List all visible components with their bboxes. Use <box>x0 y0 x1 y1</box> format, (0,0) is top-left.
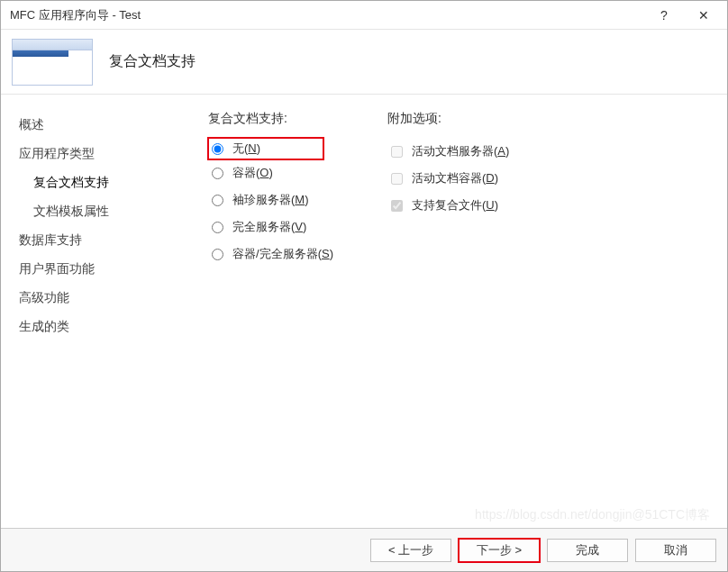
finish-button[interactable]: 完成 <box>547 539 628 562</box>
radio-none[interactable]: 无(N) <box>208 138 323 159</box>
radio-container[interactable]: 容器(O) <box>208 159 333 186</box>
titlebar: MFC 应用程序向导 - Test ? ✕ <box>1 1 727 30</box>
check-compound-file-input <box>391 200 403 212</box>
cancel-button[interactable]: 取消 <box>635 539 716 562</box>
help-button[interactable]: ? <box>644 2 684 29</box>
check-active-doc-container: 活动文档容器(D) <box>387 165 509 192</box>
wizard-icon <box>12 39 93 86</box>
watermark: https://blog.csdn.net/dongjin@51CTC博客 <box>475 507 710 523</box>
nav-apptype[interactable]: 应用程序类型 <box>19 140 172 168</box>
additional-options-group: 附加选项: 活动文档服务器(A) 活动文档容器(D) 支持复合文件(U) <box>387 111 509 519</box>
nav-generated-classes[interactable]: 生成的类 <box>19 313 172 341</box>
nav-database[interactable]: 数据库支持 <box>19 226 172 255</box>
next-button[interactable]: 下一步 > <box>459 539 540 562</box>
sidebar: 概述 应用程序类型 复合文档支持 文档模板属性 数据库支持 用户界面功能 高级功… <box>1 95 181 528</box>
check-active-doc-container-input <box>391 173 403 185</box>
additional-options-label: 附加选项: <box>387 111 509 127</box>
nav-compound-doc[interactable]: 复合文档支持 <box>19 168 172 197</box>
header: 复合文档支持 <box>1 30 727 95</box>
check-compound-file: 支持复合文件(U) <box>387 192 509 219</box>
radio-miniserver-input[interactable] <box>212 195 223 206</box>
footer: < 上一步 下一步 > 完成 取消 <box>1 528 727 571</box>
compound-doc-label: 复合文档支持: <box>208 111 333 127</box>
nav-overview[interactable]: 概述 <box>19 111 172 140</box>
window-title: MFC 应用程序向导 - Test <box>10 7 644 23</box>
close-button[interactable]: ✕ <box>684 2 723 29</box>
nav-ui-features[interactable]: 用户界面功能 <box>19 255 172 284</box>
check-active-doc-server: 活动文档服务器(A) <box>387 138 509 165</box>
check-active-doc-server-input <box>391 146 403 158</box>
radio-fullserver-input[interactable] <box>212 222 223 233</box>
nav-doc-template[interactable]: 文档模板属性 <box>19 197 172 226</box>
nav-advanced[interactable]: 高级功能 <box>19 284 172 313</box>
radio-fullserver[interactable]: 完全服务器(V) <box>208 213 333 241</box>
radio-container-input[interactable] <box>212 168 223 179</box>
radio-container-fullserver[interactable]: 容器/完全服务器(S) <box>208 241 333 268</box>
radio-none-input[interactable] <box>212 143 223 155</box>
prev-button[interactable]: < 上一步 <box>370 539 451 562</box>
compound-doc-group: 复合文档支持: 无(N) 容器(O) 袖珍服务器(M) 完全服务器(V) <box>208 111 333 519</box>
radio-container-fullserver-input[interactable] <box>212 249 223 260</box>
radio-miniserver[interactable]: 袖珍服务器(M) <box>208 186 333 213</box>
page-title: 复合文档支持 <box>109 52 196 71</box>
